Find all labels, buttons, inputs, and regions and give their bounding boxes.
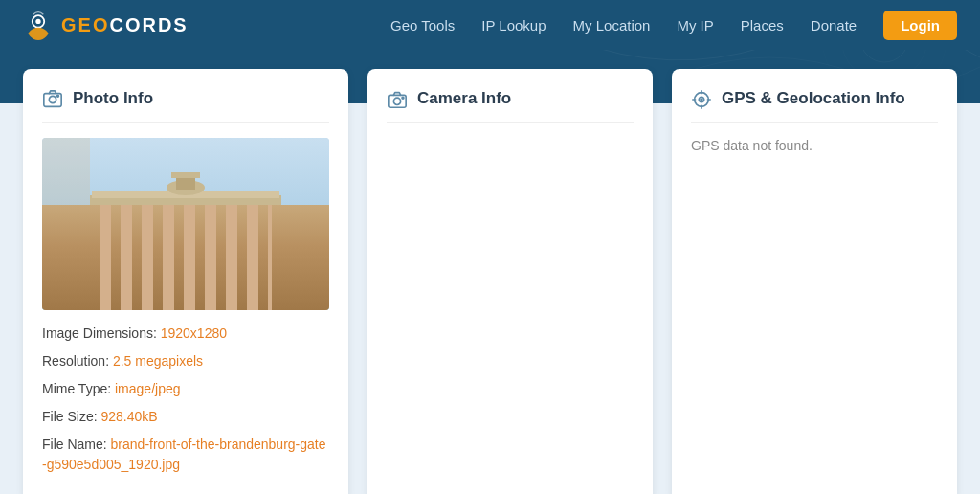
logo-icon <box>23 10 54 40</box>
svg-rect-32 <box>42 224 85 281</box>
photo-card-title: Photo Info <box>73 89 153 108</box>
nav-ip-lookup[interactable]: IP Lookup <box>481 17 546 34</box>
camera-icon <box>387 88 408 110</box>
image-dimensions-value: 1920x1280 <box>161 326 227 341</box>
nav-my-location[interactable]: My Location <box>573 17 651 34</box>
nav-places[interactable]: Places <box>741 17 784 34</box>
nav-geo-tools[interactable]: Geo Tools <box>390 17 455 34</box>
svg-rect-20 <box>219 213 233 272</box>
svg-point-30 <box>235 272 241 281</box>
photo-preview <box>42 138 329 310</box>
svg-rect-21 <box>243 213 256 272</box>
gps-card-header: GPS & Geolocation Info <box>691 88 938 123</box>
file-size-row: File Size: 928.40kB <box>42 407 329 427</box>
logo[interactable]: GEOCORDS <box>23 10 189 40</box>
file-name-row: File Name: brand-front-of-the-brandenbur… <box>42 435 329 475</box>
svg-rect-23 <box>161 213 211 272</box>
image-dimensions-label: Image Dimensions: <box>42 326 157 341</box>
svg-rect-34 <box>42 138 90 272</box>
file-size-label: File Size: <box>42 409 98 424</box>
svg-rect-18 <box>171 213 185 272</box>
photo-info-card: Photo Info <box>23 69 348 494</box>
svg-point-26 <box>116 272 122 281</box>
resolution-row: Resolution: 2.5 megapixels <box>42 351 329 371</box>
resolution-label: Resolution: <box>42 353 109 369</box>
gps-icon <box>691 88 712 110</box>
svg-rect-25 <box>85 278 286 282</box>
nav-my-ip[interactable]: My IP <box>677 17 713 34</box>
cards-container: Photo Info <box>0 50 980 494</box>
svg-point-27 <box>125 269 131 281</box>
svg-point-37 <box>402 97 404 99</box>
site-header: GEOCORDS Geo Tools IP Lookup My Location… <box>0 0 980 50</box>
mime-type-value: image/jpeg <box>115 381 181 396</box>
image-dimensions-row: Image Dimensions: 1920x1280 <box>42 324 329 344</box>
svg-point-1 <box>35 19 40 24</box>
mime-type-row: Mime Type: image/jpeg <box>42 379 329 399</box>
svg-rect-33 <box>286 234 329 281</box>
photo-card-header: Photo Info <box>42 88 329 123</box>
login-button[interactable]: Login <box>883 11 957 40</box>
camera-card-title: Camera Info <box>417 89 511 108</box>
svg-point-6 <box>49 96 56 102</box>
file-name-label: File Name: <box>42 437 107 452</box>
svg-point-7 <box>57 95 59 97</box>
svg-rect-22 <box>267 213 280 272</box>
gps-card-title: GPS & Geolocation Info <box>722 89 905 108</box>
svg-point-28 <box>154 271 160 281</box>
camera-card-header: Camera Info <box>387 88 634 123</box>
svg-rect-24 <box>88 272 283 278</box>
svg-point-44 <box>701 99 702 101</box>
svg-rect-15 <box>100 213 113 272</box>
svg-rect-14 <box>171 172 200 178</box>
svg-rect-16 <box>123 213 137 272</box>
svg-rect-17 <box>147 213 161 272</box>
file-size-value: 928.40kB <box>100 409 157 424</box>
resolution-value: 2.5 megapixels <box>113 353 203 369</box>
main-content: Photo Info <box>0 50 980 494</box>
logo-text: GEOCORDS <box>61 14 189 36</box>
gps-not-found-text: GPS data not found. <box>691 138 938 153</box>
photo-icon <box>42 88 63 110</box>
mime-type-label: Mime Type: <box>42 381 111 396</box>
svg-rect-9 <box>42 272 329 310</box>
nav-donate[interactable]: Donate <box>811 17 857 34</box>
svg-point-36 <box>393 98 400 104</box>
svg-rect-19 <box>195 213 209 272</box>
main-nav: Geo Tools IP Lookup My Location My IP Pl… <box>390 11 957 40</box>
svg-point-31 <box>250 271 256 281</box>
svg-point-29 <box>221 269 227 281</box>
camera-info-card: Camera Info <box>368 69 653 494</box>
gps-info-card: GPS & Geolocation Info GPS data not foun… <box>672 69 957 494</box>
